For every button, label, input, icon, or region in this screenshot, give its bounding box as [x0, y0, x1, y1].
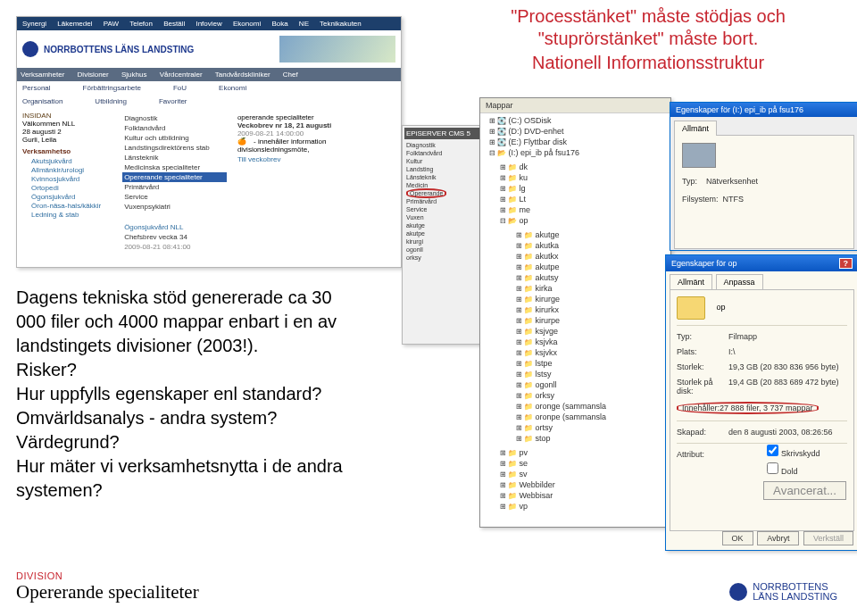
folder-item[interactable]: ku: [500, 172, 670, 183]
folder-item[interactable]: akutpe: [516, 262, 670, 272]
tree-item[interactable]: Kultur: [406, 157, 483, 165]
tree-item[interactable]: Landsting: [406, 165, 483, 173]
menu-item[interactable]: Verksamheter: [21, 71, 64, 79]
folder-item[interactable]: akutsy: [516, 272, 670, 283]
left-nav-item[interactable]: Akutsjukvård: [31, 157, 113, 165]
topmenu-item[interactable]: Läkemedel: [57, 20, 92, 28]
drive-item[interactable]: (E:) Flyttbar disk: [489, 137, 670, 147]
submenu-item[interactable]: Förbättringsarbete: [83, 84, 141, 92]
news-readmore-link[interactable]: Till veckobrev: [237, 155, 394, 163]
verkstall-button[interactable]: Verkställ: [803, 531, 853, 545]
left-nav-item[interactable]: Ögonsjukvård: [31, 193, 113, 201]
tree-item[interactable]: akutpe: [406, 229, 483, 237]
folder-item[interactable]: se: [500, 458, 670, 469]
folder-item[interactable]: stop: [516, 433, 670, 444]
topmenu-item[interactable]: Boka: [271, 20, 287, 28]
dropdown-item[interactable]: Medicinska specialiteter: [122, 162, 227, 172]
tree-item[interactable]: orksy: [406, 254, 483, 262]
dropdown-item[interactable]: Diagnostik: [122, 113, 227, 123]
tree-item[interactable]: Service: [406, 205, 483, 213]
topmenu-item[interactable]: NE: [299, 20, 309, 28]
folder-item[interactable]: akutge: [516, 229, 670, 240]
dropdown-item[interactable]: Kultur och utbildning: [122, 133, 227, 143]
drive-item[interactable]: (D:) DVD-enhet: [489, 126, 670, 137]
topmenu-item[interactable]: PAW: [104, 20, 119, 28]
tree-item[interactable]: Folktandvård: [406, 149, 483, 157]
checkbox-skrivskydd[interactable]: Skrivskydd: [763, 442, 846, 459]
left-nav-item[interactable]: Ledning & stab: [31, 211, 113, 219]
left-nav-item[interactable]: Ortopedi: [31, 184, 113, 192]
left-nav-item[interactable]: Kvinnosjukvård: [31, 175, 113, 183]
folder-item[interactable]: sv: [500, 469, 670, 479]
folder-item[interactable]: oronge (sammansla: [516, 401, 670, 412]
folder-item[interactable]: ksjvge: [516, 326, 670, 337]
folder-item[interactable]: vp: [500, 501, 670, 512]
dropdown-item[interactable]: Landstingsdirektörens stab: [122, 143, 227, 153]
folder-item[interactable]: kirka: [516, 283, 670, 294]
folder-item[interactable]: kirurge: [516, 294, 670, 304]
dropdown-item[interactable]: Länsteknik: [122, 153, 227, 162]
dropdown-item[interactable]: Service: [122, 192, 227, 202]
folder-item[interactable]: kirurkx: [516, 304, 670, 315]
folder-item[interactable]: ortsy: [516, 422, 670, 433]
folder-item[interactable]: me: [500, 204, 670, 215]
tree-item[interactable]: Vuxen: [406, 213, 483, 221]
avbryt-button[interactable]: Avbryt: [757, 531, 799, 545]
avancerat-button[interactable]: Avancerat...: [763, 481, 846, 500]
menu-item[interactable]: Tandvårdskliniker: [215, 71, 270, 79]
tree-item-circled[interactable]: Opererande: [406, 188, 446, 198]
submenu-item[interactable]: Personal: [22, 84, 51, 92]
tree-item[interactable]: ogonll: [406, 246, 483, 254]
folder-item[interactable]: oronpe (sammansla: [516, 412, 670, 422]
checkbox-dold[interactable]: Dold: [763, 460, 846, 477]
submenu-item[interactable]: Ekonomi: [219, 84, 246, 92]
topmenu-item[interactable]: Beställ: [163, 20, 185, 28]
news-link[interactable]: Ögonsjukvård NLL: [122, 222, 227, 232]
topmenu-item[interactable]: Telefon: [129, 20, 153, 28]
folder-item[interactable]: lstpe: [516, 358, 670, 369]
folder-item[interactable]: Webbisar: [500, 490, 670, 501]
folder-item[interactable]: akutkx: [516, 251, 670, 262]
menu-item[interactable]: Divisioner: [78, 71, 109, 79]
folder-item[interactable]: kirurpe: [516, 315, 670, 326]
folder-item[interactable]: lg: [500, 183, 670, 194]
tree-item[interactable]: Primärvård: [406, 197, 483, 205]
topmenu-item[interactable]: Infoview: [196, 20, 221, 28]
dropdown-item[interactable]: Primärvård: [122, 182, 227, 192]
tree-item[interactable]: akutge: [406, 221, 483, 229]
folder-item[interactable]: Lt: [500, 194, 670, 204]
left-nav-item[interactable]: Allmänkir/urologi: [31, 166, 113, 174]
menu-item[interactable]: Vårdcentraler: [160, 71, 203, 79]
submenu-item[interactable]: Utbildning: [95, 97, 127, 105]
menu-item[interactable]: Sjukhus: [121, 71, 146, 79]
dropdown-item[interactable]: Vuxenpsykiatri: [122, 202, 227, 212]
tree-item[interactable]: kirurgi: [406, 237, 483, 246]
drive-item[interactable]: (C:) OSDisk: [489, 115, 670, 126]
tab-anpassa[interactable]: Anpassa: [716, 274, 763, 289]
folder-item[interactable]: ogonll: [516, 379, 670, 390]
folder-item[interactable]: lstsy: [516, 369, 670, 379]
submenu-item[interactable]: Favoriter: [159, 97, 187, 105]
folder-item[interactable]: akutka: [516, 240, 670, 251]
topmenu-item[interactable]: Teknikakuten: [320, 20, 362, 28]
submenu-item[interactable]: FoU: [173, 84, 187, 92]
folder-item[interactable]: ksjvka: [516, 337, 670, 347]
tab-allmant[interactable]: Allmänt: [674, 121, 717, 136]
topmenu-item[interactable]: Ekonomi: [233, 20, 261, 28]
ok-button[interactable]: OK: [722, 531, 753, 545]
dropdown-item-selected[interactable]: Opererande specialiteter: [122, 172, 227, 182]
folder-item[interactable]: Webbilder: [500, 479, 670, 490]
folder-item[interactable]: pv: [500, 447, 670, 458]
tab-allmant[interactable]: Allmänt: [670, 274, 712, 289]
folder-item[interactable]: orksy: [516, 390, 670, 401]
folder-item[interactable]: dk: [500, 162, 670, 172]
dropdown-item[interactable]: Folktandvård: [122, 123, 227, 133]
tree-item[interactable]: Länsteknik: [406, 173, 483, 181]
tree-item[interactable]: Diagnostik: [406, 141, 483, 149]
menu-item[interactable]: Chef: [283, 71, 298, 79]
submenu-item[interactable]: Organisation: [22, 97, 62, 105]
topmenu-item[interactable]: Synergi: [22, 20, 46, 28]
folder-item-selected[interactable]: op: [519, 216, 528, 225]
help-icon[interactable]: ?: [839, 258, 853, 269]
drive-item-open[interactable]: (I:) epi_ib på fsu176: [489, 147, 670, 158]
